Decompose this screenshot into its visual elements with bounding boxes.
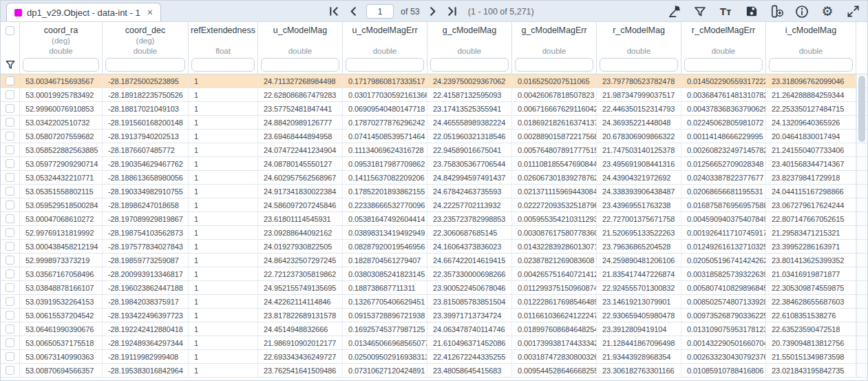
cell-r_cModelMag[interactable]: 23.14619213079901 (597, 295, 681, 308)
cell-coord_ra[interactable]: 52.99960076910853 (20, 102, 103, 115)
row-checkbox[interactable] (6, 242, 14, 251)
cell-g_cModelMagErr[interactable]: 0.011299375150960874 (512, 281, 597, 294)
cell-refExtendedness[interactable]: 1 (189, 322, 258, 336)
cell-r_cModelMagErr[interactable]: 0.008502574807133928 (681, 295, 766, 308)
row-checkbox[interactable] (6, 173, 14, 182)
cell-g_cModelMagErr[interactable]: 0.02387821269083608 (512, 254, 597, 267)
cell-refExtendedness[interactable]: 1 (189, 116, 258, 129)
cell-coord_ra[interactable]: 53.03567167058496 (20, 267, 103, 280)
cell-r_cModelMagErr[interactable]: 0.012492616132710325 (681, 240, 766, 253)
cell-refExtendedness[interactable]: 1 (189, 157, 258, 170)
cell-g_cModelMag[interactable]: 24.465558989382224 (427, 116, 512, 129)
cell-r_cModelMagErr[interactable]: 0.001432290501660704 (681, 336, 766, 349)
cell-i_cModelMag[interactable]: 21.550151349873598 (766, 350, 856, 363)
table-row[interactable]: 53.00870694566357-28.195383016842964123.… (1, 364, 867, 378)
cell-g_cModelMagErr[interactable]: 0.0165250207511065 (512, 74, 597, 87)
cell-coord_ra[interactable]: 53.00615537204542 (20, 309, 103, 322)
table-row[interactable]: 53.03919532264153-28.19842038375917124.4… (1, 295, 867, 309)
cell-refExtendedness[interactable]: 1 (189, 226, 258, 239)
cell-r_cModelMag[interactable]: 21.987347999037517 (597, 88, 681, 101)
table-row[interactable]: 53.00615537204542-28.193422496397723123.… (1, 309, 867, 322)
cell-u_cModelMagErr[interactable]: 0.17870277876296242 (343, 116, 427, 129)
cell-u_cModelMag[interactable]: 24.08780145550127 (258, 157, 343, 170)
cell-coord_ra[interactable]: 53.00346715693567 (20, 74, 103, 87)
cell-g_cModelMag[interactable]: 23.815085783851504 (427, 295, 512, 308)
column-header-g_cModelMagErr[interactable]: g_cModelMagErr double (512, 22, 597, 56)
cell-u_cModelMag[interactable]: 23.762541641509486 (258, 364, 343, 377)
filter-input-r_cModelMag[interactable] (600, 58, 678, 72)
cell-u_cModelMagErr[interactable]: 0.22338666532770096 (343, 198, 427, 212)
filter-input-i_cModelMag[interactable] (769, 58, 853, 72)
cell-coord_ra[interactable]: 53.05324432210771 (20, 171, 103, 184)
cell-g_cModelMag[interactable]: 22.94589016675041 (427, 143, 512, 156)
table-row[interactable]: 53.05807207559682-28.19137940202513123.6… (1, 130, 867, 143)
table-row[interactable]: 53.00346715693567-28.18725002523895124.7… (1, 74, 867, 88)
cell-u_cModelMag[interactable]: 23.57752481847441 (258, 102, 343, 115)
cell-coord_dec[interactable]: -28.1876607485772 (103, 143, 189, 156)
cell-g_cModelMag[interactable]: 22.41587132595093 (427, 88, 512, 101)
scrollbar-track[interactable] (856, 198, 868, 212)
cell-g_cModelMag[interactable]: 21.610496371452086 (427, 336, 512, 349)
cell-coord_dec[interactable]: -28.197089929819867 (103, 212, 189, 225)
cell-r_cModelMag[interactable]: 22.930659405980478 (597, 309, 681, 322)
cell-u_cModelMagErr[interactable]: 0.013465066968565077 (343, 336, 427, 349)
cell-coord_dec[interactable]: -28.200993913346817 (103, 267, 189, 280)
cell-coord_dec[interactable]: -28.19859773259087 (103, 254, 189, 267)
cell-g_cModelMagErr[interactable]: 0.026067301839278762 (512, 171, 597, 184)
cell-coord_ra[interactable]: 53.03848878166107 (20, 281, 103, 294)
column-header-refExtendedness[interactable]: refExtendedness float (189, 22, 258, 56)
cell-i_cModelMag[interactable]: 22.6108351538276 (766, 309, 856, 322)
table-row[interactable]: 53.058522882563885-28.1876607485772124.0… (1, 143, 867, 157)
table-row[interactable]: 53.05351558802115-28.190334982910755124.… (1, 185, 867, 198)
pin-table-icon[interactable] (667, 4, 682, 19)
cell-g_cModelMagErr[interactable]: 0.009544528646668255 (512, 364, 597, 377)
filter-input-coord_ra[interactable] (23, 58, 99, 72)
cell-u_cModelMag[interactable]: 24.711327268984498 (258, 74, 343, 87)
cell-r_cModelMag[interactable]: 21.835417447226874 (597, 267, 681, 280)
cell-coord_dec[interactable]: -28.192242412880418 (103, 322, 189, 336)
cell-i_cModelMag[interactable]: 21.264288884259344 (766, 88, 856, 101)
cell-i_cModelMag[interactable]: 22.384628655687603 (766, 295, 856, 308)
cell-g_cModelMag[interactable]: 23.758305367706544 (427, 157, 512, 170)
cell-g_cModelMagErr[interactable]: 0.018692182616374137 (512, 116, 597, 129)
cell-r_cModelMag[interactable]: 22.727001375671758 (597, 212, 681, 225)
cell-coord_ra[interactable]: 53.059772909290714 (20, 157, 103, 170)
cell-refExtendedness[interactable]: 1 (189, 309, 258, 322)
column-header-g_cModelMag[interactable]: g_cModelMag double (427, 22, 512, 56)
cell-refExtendedness[interactable]: 1 (189, 350, 258, 363)
cell-r_cModelMagErr[interactable]: 0.013109075953178123 (681, 322, 766, 336)
cell-coord_dec[interactable]: -28.190334982910755 (103, 185, 189, 198)
cell-g_cModelMagErr[interactable]: 0.001739938174433342 (512, 336, 597, 349)
cell-r_cModelMagErr[interactable]: 0.014502290559317222 (681, 74, 766, 87)
row-checkbox[interactable] (6, 256, 14, 265)
cell-refExtendedness[interactable]: 1 (189, 74, 258, 87)
cell-coord_ra[interactable]: 53.059529518500284 (20, 198, 103, 212)
cell-r_cModelMag[interactable]: 22.446350152314793 (597, 102, 681, 115)
cell-refExtendedness[interactable]: 1 (189, 143, 258, 156)
cell-g_cModelMagErr[interactable]: 0.004265751640721412 (512, 267, 597, 280)
row-checkbox[interactable] (6, 311, 14, 320)
cell-u_cModelMagErr[interactable]: 0.16925745377987125 (343, 322, 427, 336)
cell-r_cModelMag[interactable]: 23.797780523782478 (597, 74, 681, 87)
info-icon[interactable] (794, 4, 809, 19)
cell-g_cModelMag[interactable]: 23.39971713734724 (427, 309, 512, 322)
cell-coord_dec[interactable]: -28.18986247018658 (103, 198, 189, 212)
cell-r_cModelMag[interactable]: 24.43904321972692 (597, 171, 681, 184)
cell-u_cModelMag[interactable]: 24.01927930822505 (258, 240, 343, 253)
row-checkbox[interactable] (6, 283, 14, 292)
filter-icon[interactable] (692, 4, 708, 19)
cell-coord_ra[interactable]: 52.9998973373219 (20, 254, 103, 267)
cell-i_cModelMag[interactable]: 22.63523590472518 (766, 322, 856, 336)
cell-i_cModelMag[interactable]: 24.13209640365926 (766, 116, 856, 129)
cell-i_cModelMag[interactable]: 22.253350127484715 (766, 102, 856, 115)
filter-input-u_cModelMagErr[interactable] (346, 58, 424, 72)
row-checkbox[interactable] (6, 352, 14, 361)
cell-coord_dec[interactable]: -28.190354629467762 (103, 157, 189, 170)
cell-coord_ra[interactable]: 53.00673140990363 (20, 350, 103, 363)
scrollbar-track[interactable] (856, 240, 868, 253)
cell-coord_dec[interactable]: -28.19137940202513 (103, 130, 189, 143)
cell-i_cModelMag[interactable]: 22.807147667052615 (766, 212, 856, 225)
cell-u_cModelMag[interactable]: 24.074722441234904 (258, 143, 343, 156)
cell-coord_dec[interactable]: -28.195383016842964 (103, 364, 189, 377)
cell-i_cModelMag[interactable]: 23.801413625399352 (766, 254, 856, 267)
